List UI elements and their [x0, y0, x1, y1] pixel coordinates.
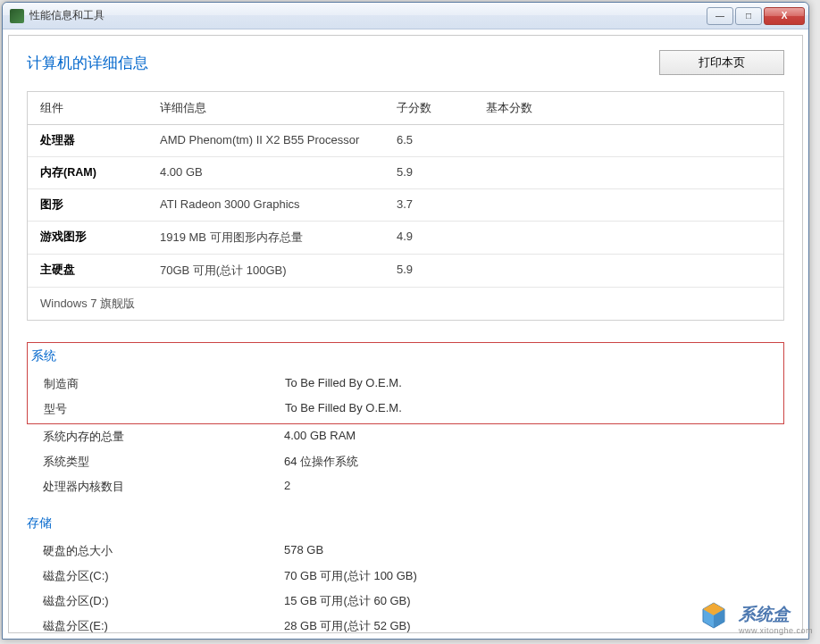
header-subscore: 子分数	[389, 92, 479, 124]
info-row: 制造商 To Be Filled By O.E.M.	[28, 372, 783, 397]
info-row: 处理器内核数目 2	[27, 474, 784, 499]
system-section: 系统 制造商 To Be Filled By O.E.M. 型号 To Be F…	[27, 342, 784, 499]
inner-panel: 计算机的详细信息 打印本页 组件 详细信息 子分数 基本分数 处理器 AMD P…	[8, 35, 803, 633]
section-title-system: 系统	[28, 345, 783, 368]
header-detail: 详细信息	[153, 92, 389, 124]
info-label: 磁盘分区(C:)	[43, 568, 284, 584]
row-subscore: 6.5	[389, 125, 479, 156]
close-button[interactable]: X	[764, 7, 805, 25]
row-subscore: 3.7	[389, 189, 479, 221]
row-detail: 1919 MB 可用图形内存总量	[153, 222, 389, 254]
header-component: 组件	[28, 92, 153, 124]
info-row: 型号 To Be Filled By O.E.M.	[28, 397, 783, 422]
info-row: 磁盘分区(D:) 15 GB 可用(总计 60 GB)	[27, 589, 784, 614]
info-row: 系统类型 64 位操作系统	[27, 449, 784, 474]
info-row: 磁盘分区(C:) 70 GB 可用(总计 100 GB)	[27, 564, 784, 589]
row-component: 内存(RAM)	[28, 157, 153, 188]
row-component: 游戏图形	[28, 222, 153, 254]
performance-info-window: 性能信息和工具 — □ X 计算机的详细信息 打印本页 组件 详细信息 子分数 …	[2, 2, 809, 640]
info-label: 型号	[44, 401, 285, 417]
row-component: 处理器	[28, 125, 153, 156]
section-title-storage: 存储	[27, 512, 784, 535]
content-area: 计算机的详细信息 打印本页 组件 详细信息 子分数 基本分数 处理器 AMD P…	[3, 29, 808, 639]
table-row: 内存(RAM) 4.00 GB 5.9	[28, 157, 783, 189]
info-value: To Be Filled By O.E.M.	[285, 376, 402, 392]
print-button[interactable]: 打印本页	[659, 50, 784, 75]
info-value: 70 GB 可用(总计 100 GB)	[284, 568, 417, 584]
info-value: 15 GB 可用(总计 60 GB)	[284, 593, 411, 609]
row-component: 主硬盘	[28, 255, 153, 287]
info-row: 系统内存的总量 4.00 GB RAM	[27, 424, 784, 449]
table-row: 图形 ATI Radeon 3000 Graphics 3.7	[28, 189, 783, 222]
info-row: 硬盘的总大小 578 GB	[27, 539, 784, 564]
row-subscore: 4.9	[389, 222, 479, 254]
row-component: 图形	[28, 189, 153, 221]
maximize-button[interactable]: □	[735, 7, 762, 25]
score-table: 组件 详细信息 子分数 基本分数 处理器 AMD Phenom(tm) II X…	[27, 91, 784, 321]
table-row: 游戏图形 1919 MB 可用图形内存总量 4.9	[28, 222, 783, 255]
info-value: 64 位操作系统	[284, 454, 358, 470]
row-detail: ATI Radeon 3000 Graphics	[153, 189, 389, 221]
info-value: 578 GB	[284, 543, 323, 559]
row-detail: 70GB 可用(总计 100GB)	[153, 255, 389, 287]
table-row: 主硬盘 70GB 可用(总计 100GB) 5.9	[28, 255, 783, 288]
row-subscore: 5.9	[389, 157, 479, 188]
row-detail: 4.00 GB	[153, 157, 389, 188]
info-label: 磁盘分区(D:)	[43, 593, 284, 609]
info-value: 2	[284, 479, 290, 495]
info-label: 系统内存的总量	[43, 429, 284, 445]
info-value: To Be Filled By O.E.M.	[285, 401, 402, 417]
info-label: 处理器内核数目	[43, 479, 284, 495]
info-row: 磁盘分区(E:) 28 GB 可用(总计 52 GB)	[27, 614, 784, 633]
header-basescore: 基本分数	[479, 92, 783, 124]
info-label: 磁盘分区(E:)	[43, 618, 284, 633]
info-label: 硬盘的总大小	[43, 543, 284, 559]
info-value: 4.00 GB RAM	[284, 429, 356, 445]
highlight-box: 系统 制造商 To Be Filled By O.E.M. 型号 To Be F…	[27, 342, 784, 424]
window-controls: — □ X	[705, 7, 805, 25]
os-version-row: Windows 7 旗舰版	[28, 288, 783, 320]
table-row: 处理器 AMD Phenom(tm) II X2 B55 Processor 6…	[28, 125, 783, 157]
info-label: 系统类型	[43, 454, 284, 470]
page-header: 计算机的详细信息 打印本页	[27, 50, 784, 75]
info-value: 28 GB 可用(总计 52 GB)	[284, 618, 411, 633]
window-title: 性能信息和工具	[29, 8, 705, 23]
info-label: 制造商	[44, 376, 285, 392]
minimize-button[interactable]: —	[707, 7, 733, 25]
app-icon	[10, 9, 24, 23]
row-detail: AMD Phenom(tm) II X2 B55 Processor	[153, 125, 389, 156]
row-subscore: 5.9	[389, 255, 479, 287]
titlebar[interactable]: 性能信息和工具 — □ X	[3, 3, 808, 29]
storage-section: 存储 硬盘的总大小 578 GB 磁盘分区(C:) 70 GB 可用(总计 10…	[27, 512, 784, 633]
page-title: 计算机的详细信息	[27, 53, 148, 73]
table-header-row: 组件 详细信息 子分数 基本分数	[28, 92, 783, 125]
